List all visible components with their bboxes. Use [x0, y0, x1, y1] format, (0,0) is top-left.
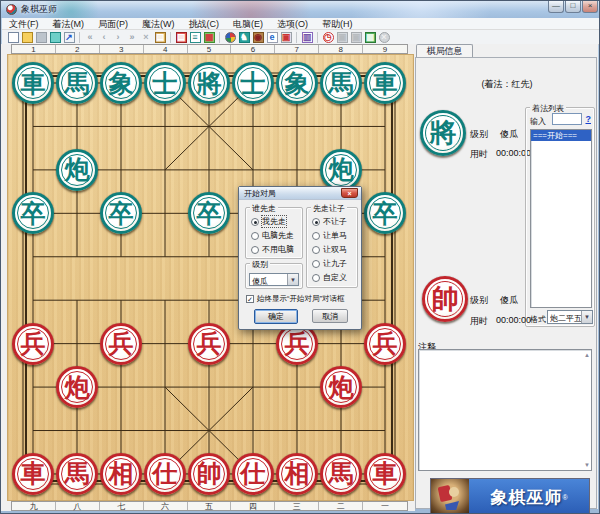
black-piece-馬[interactable]: 馬 [56, 62, 98, 104]
open-book-icon[interactable]: ▤ [174, 31, 188, 44]
menu-item-2[interactable]: 局面(P) [91, 18, 135, 30]
paste-icon[interactable]: ▤ [153, 31, 167, 44]
radio-自定义[interactable]: 自定义 [312, 273, 347, 282]
radio-icon[interactable] [312, 246, 320, 254]
hint-ball-icon[interactable] [223, 31, 237, 44]
radio-让九子[interactable]: 让九子 [312, 259, 347, 268]
manual-book-icon[interactable]: ▥ [300, 31, 314, 44]
radio-icon[interactable] [312, 218, 320, 226]
radio-我先走[interactable]: 我先走 [251, 217, 286, 226]
ok-button[interactable]: 确定 [254, 309, 298, 324]
red-piece-馬[interactable]: 馬 [320, 453, 362, 495]
level-combobox[interactable]: 傻瓜 ▼ [249, 273, 299, 286]
black-piece-士[interactable]: 士 [144, 62, 186, 104]
move-listbox[interactable]: ===开始=== [530, 129, 592, 308]
timer-icon[interactable]: ◷ [321, 31, 335, 44]
black-piece-卒[interactable]: 卒 [100, 192, 142, 234]
scroll-down-icon[interactable]: ▼ [584, 462, 590, 468]
close-button[interactable]: × [582, 1, 598, 13]
tab-game-info[interactable]: 棋局信息 [416, 44, 473, 57]
copy-position-icon[interactable] [48, 31, 62, 44]
red-piece-炮[interactable]: 炮 [56, 366, 98, 408]
first-move-icon[interactable]: « [83, 31, 97, 44]
black-piece-象[interactable]: 象 [100, 62, 142, 104]
radio-icon[interactable] [312, 260, 320, 268]
format-combobox[interactable]: 炮二平五 ▼ [547, 310, 593, 324]
red-piece-相[interactable]: 相 [276, 453, 318, 495]
black-piece-車[interactable]: 車 [364, 62, 406, 104]
red-piece-炮[interactable]: 炮 [320, 366, 362, 408]
menu-item-6[interactable]: 选项(O) [270, 18, 315, 30]
menu-item-0[interactable]: 文件(F) [2, 18, 46, 30]
menu-item-3[interactable]: 魔法(W) [135, 18, 182, 30]
red-piece-車[interactable]: 車 [364, 453, 406, 495]
edit-position-icon[interactable]: ↗ [62, 31, 76, 44]
radio-电脑先走[interactable]: 电脑先走 [251, 231, 294, 240]
menu-item-7[interactable]: 帮助(H) [315, 18, 360, 30]
open-file-icon[interactable] [20, 31, 34, 44]
delete-move-icon[interactable]: × [139, 31, 153, 44]
watch-mode-icon[interactable]: ◉ [251, 31, 265, 44]
web-link-icon[interactable]: e [265, 31, 279, 44]
dialog-close-button[interactable]: × [341, 188, 358, 198]
radio-不用电脑[interactable]: 不用电脑 [251, 245, 294, 254]
move-list-item[interactable]: ===开始=== [531, 130, 591, 141]
red-piece-兵[interactable]: 兵 [100, 323, 142, 365]
notes-textarea[interactable]: ▲ ▼ [418, 349, 592, 471]
cancel-button[interactable]: 取消 [312, 309, 348, 323]
title-bar[interactable]: 象棋巫师 — □ × [1, 1, 600, 18]
maximize-button[interactable]: □ [565, 1, 581, 13]
red-piece-車[interactable]: 車 [12, 453, 54, 495]
black-piece-炮[interactable]: 炮 [56, 149, 98, 191]
radio-icon[interactable] [312, 232, 320, 240]
new-file-icon[interactable] [6, 31, 20, 44]
move-list-icon[interactable]: ≡ [188, 31, 202, 44]
radio-icon[interactable] [251, 232, 259, 240]
save-file-icon[interactable] [34, 31, 48, 44]
black-piece-車[interactable]: 車 [12, 62, 54, 104]
red-piece-仕[interactable]: 仕 [144, 453, 186, 495]
red-piece-兵[interactable]: 兵 [188, 323, 230, 365]
red-piece-帥[interactable]: 帥 [188, 453, 230, 495]
red-piece-相[interactable]: 相 [100, 453, 142, 495]
black-piece-士[interactable]: 士 [232, 62, 274, 104]
menu-item-5[interactable]: 电脑(E) [226, 18, 270, 30]
fullscreen-icon[interactable]: ▦ [363, 31, 377, 44]
prev-move-icon[interactable]: ‹ [97, 31, 111, 44]
radio-让双马[interactable]: 让双马 [312, 245, 347, 254]
last-move-icon[interactable]: » [125, 31, 139, 44]
move-input-field[interactable] [552, 113, 582, 125]
black-piece-卒[interactable]: 卒 [188, 192, 230, 234]
scroll-up-icon[interactable]: ▲ [584, 352, 590, 358]
black-piece-象[interactable]: 象 [276, 62, 318, 104]
black-piece-炮[interactable]: 炮 [320, 149, 362, 191]
black-piece-卒[interactable]: 卒 [364, 192, 406, 234]
red-piece-仕[interactable]: 仕 [232, 453, 274, 495]
chevron-down-icon[interactable]: ▼ [287, 274, 298, 285]
black-piece-將[interactable]: 將 [188, 62, 230, 104]
checkbox-icon[interactable]: ✓ [246, 295, 254, 303]
chevron-down-icon[interactable]: ▼ [581, 311, 592, 323]
red-piece-兵[interactable]: 兵 [12, 323, 54, 365]
red-piece-兵[interactable]: 兵 [364, 323, 406, 365]
radio-icon[interactable] [312, 274, 320, 282]
show-board-icon[interactable]: ▦ [202, 31, 216, 44]
menu-item-4[interactable]: 挑战(C) [182, 18, 227, 30]
black-piece-馬[interactable]: 馬 [320, 62, 362, 104]
analyze-icon[interactable]: ♞ [237, 31, 251, 44]
radio-让单马[interactable]: 让单马 [312, 231, 347, 240]
always-show-checkbox-row[interactable]: ✓ 始终显示“开始对局”对话框 [246, 294, 345, 304]
minimize-button[interactable]: — [548, 1, 564, 13]
radio-icon[interactable] [251, 246, 259, 254]
package-icon[interactable]: ▣ [279, 31, 293, 44]
engine-a-icon[interactable]: ▣ [335, 31, 349, 44]
stop-icon[interactable]: × [377, 31, 391, 44]
radio-icon[interactable] [251, 218, 259, 226]
engine-b-icon[interactable]: ▣ [349, 31, 363, 44]
red-piece-馬[interactable]: 馬 [56, 453, 98, 495]
black-piece-卒[interactable]: 卒 [12, 192, 54, 234]
menu-item-1[interactable]: 着法(M) [46, 18, 92, 30]
help-link[interactable]: ? [586, 114, 592, 124]
radio-不让子[interactable]: 不让子 [312, 217, 347, 226]
next-move-icon[interactable]: › [111, 31, 125, 44]
